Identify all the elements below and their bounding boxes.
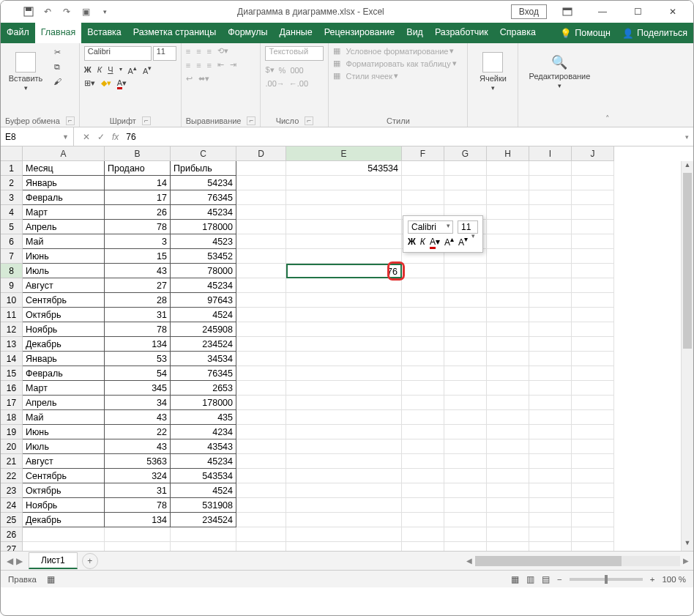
- cell[interactable]: [529, 352, 572, 366]
- cell[interactable]: Март: [23, 381, 105, 396]
- cell[interactable]: 543534: [286, 161, 402, 176]
- cell[interactable]: [529, 337, 572, 352]
- cell[interactable]: [572, 205, 614, 220]
- cell[interactable]: [572, 396, 614, 410]
- tab-файл[interactable]: Файл: [1, 23, 35, 43]
- row-header[interactable]: 14: [1, 352, 23, 366]
- cell[interactable]: [444, 176, 487, 190]
- cell[interactable]: [286, 542, 402, 551]
- cell[interactable]: [444, 410, 487, 425]
- cell[interactable]: 54234: [171, 176, 236, 190]
- page-layout-view-icon[interactable]: ▥: [526, 574, 534, 585]
- indent-decrease-icon[interactable]: ⇤: [217, 60, 224, 70]
- cell[interactable]: Продано: [105, 161, 171, 176]
- name-box[interactable]: E8▼: [1, 127, 74, 146]
- cell[interactable]: [529, 498, 572, 513]
- copy-icon[interactable]: ⧉: [51, 61, 64, 73]
- zoom-out-icon[interactable]: −: [557, 575, 562, 584]
- cell[interactable]: [572, 454, 614, 469]
- row-header[interactable]: 27: [1, 542, 23, 551]
- cell[interactable]: [487, 205, 529, 220]
- cell[interactable]: 43: [105, 410, 171, 425]
- cell[interactable]: [286, 396, 402, 410]
- cell[interactable]: [236, 220, 286, 234]
- row-header[interactable]: 12: [1, 322, 23, 337]
- cell[interactable]: Прибыль: [171, 161, 236, 176]
- cell[interactable]: [286, 234, 402, 249]
- decrease-decimal-icon[interactable]: ←.00: [289, 79, 308, 88]
- cell[interactable]: [444, 469, 487, 483]
- cell[interactable]: 22: [105, 425, 171, 439]
- cell[interactable]: [402, 308, 444, 322]
- row-header[interactable]: 8: [1, 264, 23, 278]
- cell[interactable]: 2653: [171, 381, 236, 396]
- cell[interactable]: Октябрь: [23, 308, 105, 322]
- row-header[interactable]: 15: [1, 366, 23, 381]
- cell[interactable]: 78000: [171, 264, 236, 278]
- cell[interactable]: [529, 293, 572, 308]
- cell[interactable]: [286, 366, 402, 381]
- cell[interactable]: [444, 264, 487, 278]
- save-icon[interactable]: [23, 6, 34, 18]
- ribbon-options-icon[interactable]: [553, 1, 582, 22]
- tab-данные[interactable]: Данные: [274, 23, 318, 43]
- italic-button[interactable]: К: [97, 65, 102, 74]
- cell[interactable]: Сентябрь: [23, 293, 105, 308]
- column-header[interactable]: A: [23, 146, 105, 161]
- cell[interactable]: [236, 381, 286, 396]
- cell[interactable]: 531908: [171, 498, 236, 513]
- cell[interactable]: [402, 278, 444, 293]
- wrap-text-icon[interactable]: ↩: [186, 74, 193, 84]
- cell[interactable]: [444, 498, 487, 513]
- cell[interactable]: 17: [105, 190, 171, 205]
- cell[interactable]: 53: [105, 352, 171, 366]
- cell[interactable]: 34534: [171, 352, 236, 366]
- percent-icon[interactable]: %: [279, 66, 286, 75]
- cell[interactable]: Август: [23, 278, 105, 293]
- cell[interactable]: 26: [105, 205, 171, 220]
- sheet-nav-prev-icon[interactable]: ◀: [7, 556, 13, 566]
- cell[interactable]: [444, 308, 487, 322]
- cell[interactable]: [236, 425, 286, 439]
- share-button[interactable]: 👤Поделиться: [616, 23, 693, 43]
- column-header[interactable]: H: [487, 146, 529, 161]
- row-header[interactable]: 3: [1, 190, 23, 205]
- cell[interactable]: [444, 439, 487, 454]
- cell[interactable]: [286, 205, 402, 220]
- cell[interactable]: [572, 469, 614, 483]
- cell[interactable]: [529, 176, 572, 190]
- undo-icon[interactable]: ↶: [42, 6, 53, 18]
- cell[interactable]: 78: [105, 220, 171, 234]
- editing-button[interactable]: 🔍Редактирование▾: [523, 46, 596, 97]
- cell[interactable]: [572, 234, 614, 249]
- page-break-view-icon[interactable]: ▤: [542, 574, 550, 585]
- macro-record-icon[interactable]: ▦: [47, 574, 55, 585]
- cell[interactable]: [487, 513, 529, 527]
- cell[interactable]: 76345: [171, 190, 236, 205]
- cell[interactable]: Февраль: [23, 190, 105, 205]
- cell[interactable]: [572, 366, 614, 381]
- cancel-icon[interactable]: ✕: [83, 132, 90, 142]
- column-header[interactable]: F: [402, 146, 444, 161]
- cell[interactable]: 4523: [171, 234, 236, 249]
- cell[interactable]: Январь: [23, 352, 105, 366]
- cell[interactable]: [572, 425, 614, 439]
- cell[interactable]: 345: [105, 381, 171, 396]
- cell[interactable]: Февраль: [23, 366, 105, 381]
- column-header[interactable]: J: [572, 146, 614, 161]
- cell[interactable]: 43543: [171, 439, 236, 454]
- cell[interactable]: [444, 542, 487, 551]
- cell[interactable]: [572, 527, 614, 542]
- cell[interactable]: [286, 410, 402, 425]
- cell[interactable]: [487, 469, 529, 483]
- cell[interactable]: [236, 513, 286, 527]
- cell[interactable]: [236, 352, 286, 366]
- row-header[interactable]: 20: [1, 439, 23, 454]
- cell[interactable]: [402, 264, 444, 278]
- cell[interactable]: [286, 278, 402, 293]
- cell[interactable]: [236, 483, 286, 498]
- cell[interactable]: Август: [23, 454, 105, 469]
- cell[interactable]: 324: [105, 469, 171, 483]
- cell[interactable]: 245908: [171, 322, 236, 337]
- cell[interactable]: [444, 293, 487, 308]
